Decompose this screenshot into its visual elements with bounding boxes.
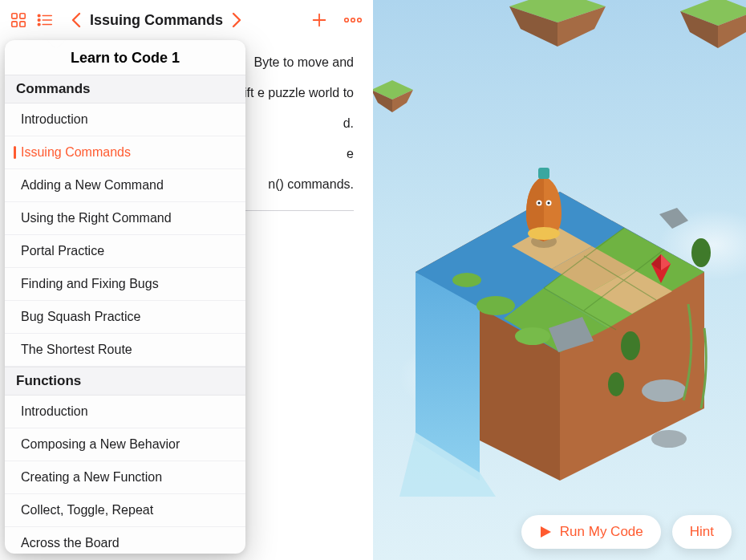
prev-chapter-icon[interactable] [71,7,82,33]
popover-title: Learn to Code 1 [5,40,245,75]
popover-item[interactable]: Adding a New Command [5,169,245,202]
hint-label: Hint [690,524,714,540]
svg-rect-2 [12,22,17,26]
svg-point-4 [38,14,40,17]
svg-point-50 [528,227,560,240]
next-chapter-icon[interactable] [231,7,242,33]
popover-item[interactable]: Bug Squash Practice [5,301,245,334]
grid-view-icon[interactable] [10,7,27,33]
svg-point-39 [476,296,515,315]
svg-marker-59 [541,526,551,538]
popover-item[interactable]: Issuing Commands [5,136,245,169]
svg-point-41 [452,273,481,287]
chapter-title[interactable]: Issuing Commands [90,12,223,29]
svg-point-5 [38,19,40,22]
popover-item[interactable]: Portal Practice [5,235,245,268]
popover-list[interactable]: CommandsIntroductionIssuing CommandsAddi… [5,75,245,554]
popover-section-header: Functions [5,367,245,396]
svg-marker-42 [659,208,688,229]
more-icon[interactable] [343,7,363,33]
popover-item[interactable]: Across the Board [5,527,245,554]
svg-point-48 [691,238,711,267]
svg-rect-51 [538,168,549,179]
chapter-popover: Learn to Code 1 CommandsIntroductionIssu… [5,40,245,554]
instructions-panel: Issuing Commands Byte to move and ems b [0,0,373,560]
popover-item[interactable]: Collect, Toggle, Repeat [5,494,245,527]
svg-point-46 [621,331,640,360]
hint-button[interactable]: Hint [672,515,732,549]
popover-section-header: Commands [5,75,245,103]
svg-point-14 [358,18,362,22]
svg-point-55 [547,201,549,204]
popover-item[interactable]: Introduction [5,103,245,136]
popover-item[interactable]: Using the Right Command [5,202,245,235]
popover-item[interactable]: Creating a New Function [5,461,245,494]
list-view-icon[interactable] [35,7,55,33]
svg-point-47 [608,372,624,396]
world-view[interactable]: Run My Code Hint [373,0,746,560]
popover-item[interactable]: The Shortest Route [5,334,245,367]
svg-point-44 [642,379,687,402]
popover-item[interactable]: Introduction [5,396,245,428]
svg-rect-3 [20,22,25,26]
floating-island [674,0,746,56]
add-icon[interactable] [310,7,328,33]
svg-point-40 [515,327,550,345]
svg-point-6 [38,23,40,26]
puzzle-world [383,63,736,497]
toolbar: Issuing Commands [0,0,373,40]
svg-rect-0 [12,14,17,18]
svg-point-45 [651,430,687,448]
floating-island [501,0,614,56]
action-buttons: Run My Code Hint [521,515,732,549]
run-code-label: Run My Code [560,524,643,540]
popover-item[interactable]: Finding and Fixing Bugs [5,268,245,301]
byte-character [526,168,562,248]
svg-point-54 [537,201,540,204]
svg-rect-1 [20,14,25,18]
svg-point-12 [345,18,349,22]
run-code-button[interactable]: Run My Code [521,515,661,549]
play-icon [539,526,552,538]
popover-item[interactable]: Composing a New Behavior [5,428,245,461]
svg-point-13 [351,18,355,22]
